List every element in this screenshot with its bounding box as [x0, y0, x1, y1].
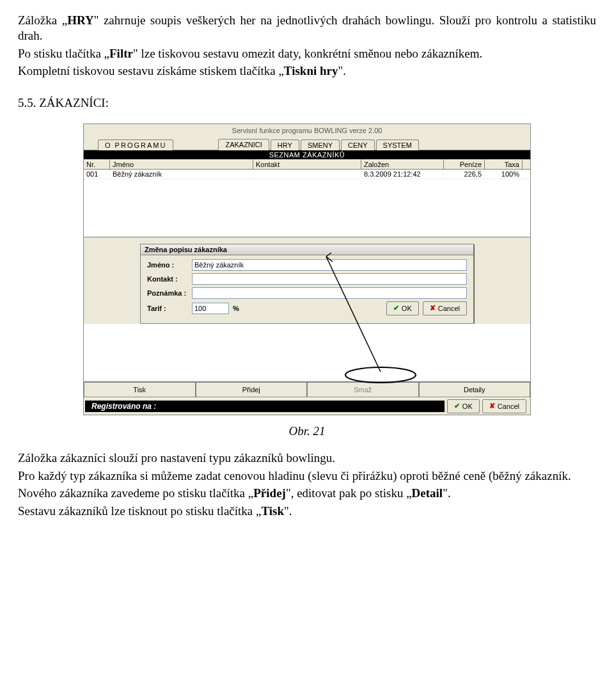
tab-bar: O PROGRAMU ZAKAZNICI HRY SMENY CENY SYST… [84, 136, 530, 150]
detaily-button[interactable]: Detaily [419, 382, 531, 397]
input-jmeno[interactable] [192, 259, 467, 271]
text-bold: Detail [412, 486, 443, 500]
text: ". [443, 486, 451, 500]
cell-taxa: 100% [485, 170, 523, 179]
cell-penize: 226,5 [444, 170, 485, 179]
button-label: Cancel [438, 305, 460, 312]
button-label: OK [462, 402, 473, 410]
window-title: Servisní funkce programu BOWLING verze 2… [84, 124, 530, 136]
tab-system[interactable]: SYSTEM [376, 139, 419, 150]
text: Sestavu zákazníků lze tisknout po stisku… [18, 504, 261, 518]
cell-jmeno: Běžný zákazník [110, 170, 253, 179]
footer-registered-label: Registrováno na : [85, 401, 445, 412]
text: " lze tiskovou sestavu omezit daty, konk… [133, 47, 482, 60]
figure-caption: Obr. 21 [18, 424, 596, 438]
tab-hry[interactable]: HRY [271, 139, 299, 150]
label-jmeno: Jméno : [147, 261, 192, 269]
tab-zakaznici[interactable]: ZAKAZNICI [218, 139, 269, 150]
col-zalozen[interactable]: Založen [361, 159, 444, 169]
tab-smeny[interactable]: SMENY [301, 139, 340, 150]
app-window: Servisní funkce programu BOWLING verze 2… [83, 123, 531, 415]
col-kontakt[interactable]: Kontakt [253, 159, 361, 169]
check-icon: ✔ [393, 304, 399, 312]
tab-o-programu[interactable]: O PROGRAMU [98, 139, 173, 150]
x-icon: ✘ [489, 402, 495, 410]
text: Záložka „ [18, 13, 67, 27]
col-taxa[interactable]: Taxa [485, 159, 523, 169]
text: ". [284, 504, 292, 518]
text-bold: Filtr [109, 47, 133, 60]
paragraph-5: Pro každý typ zákazníka si můžeme zadat … [18, 468, 596, 484]
text: ". [338, 64, 346, 77]
edit-dialog: Změna popisu zákazníka Jméno : Kontakt :… [140, 244, 474, 324]
text-bold: Tisk [261, 504, 284, 518]
list-whitespace [84, 179, 530, 237]
smaz-button[interactable]: Smaž [307, 382, 419, 397]
text-bold: Tiskni hry [284, 64, 338, 77]
text: " zahrnuje soupis veškerých her na jedno… [18, 13, 596, 42]
input-poznamka[interactable] [192, 287, 467, 299]
paragraph-1: Záložka „HRY" zahrnuje soupis veškerých … [18, 13, 596, 44]
toolbar-bottom: Tisk Přidej Smaž Detaily [84, 381, 530, 397]
figure-wrapper: Servisní funkce programu BOWLING verze 2… [83, 123, 531, 415]
label-kontakt: Kontakt : [147, 275, 192, 283]
table-header: Nr. Jméno Kontakt Založen Peníze Taxa [84, 159, 530, 170]
footer-bar: Registrováno na : ✔ OK ✘ Cancel [84, 397, 530, 415]
col-nr[interactable]: Nr. [84, 159, 110, 169]
button-label: OK [402, 305, 412, 312]
list-title-band: SEZNAM ZÁKAZNÍKŮ [84, 150, 530, 159]
dialog-cancel-button[interactable]: ✘ Cancel [423, 301, 467, 315]
x-icon: ✘ [430, 304, 436, 312]
col-jmeno[interactable]: Jméno [110, 159, 253, 169]
text-bold: Přidej [253, 486, 286, 500]
section-heading: 5.5. ZÁKAZNÍCI: [18, 95, 596, 111]
dialog-ok-button[interactable]: ✔ OK [386, 301, 419, 315]
cell-zalozen: 8.3.2009 21:12:42 [361, 170, 444, 179]
button-label: Cancel [498, 402, 519, 410]
tab-ceny[interactable]: CENY [341, 139, 375, 150]
paragraph-7: Sestavu zákazníků lze tisknout po stisku… [18, 504, 596, 519]
table-row[interactable]: 001 Běžný zákazník 8.3.2009 21:12:42 226… [84, 170, 530, 179]
cell-nr: 001 [84, 170, 110, 179]
footer-cancel-button[interactable]: ✘ Cancel [482, 399, 526, 413]
cell-kontakt [253, 170, 361, 179]
col-penize[interactable]: Peníze [444, 159, 485, 169]
label-percent: % [233, 305, 239, 312]
tisk-button[interactable]: Tisk [84, 382, 196, 397]
input-tarif[interactable] [192, 303, 229, 314]
text-bold: HRY [67, 13, 94, 27]
input-kontakt[interactable] [192, 273, 467, 285]
paragraph-4: Záložka zákazníci slouží pro nastavení t… [18, 450, 596, 466]
list-whitespace-2 [84, 324, 530, 381]
pridej-button[interactable]: Přidej [196, 382, 308, 397]
text: Nového zákazníka zavedeme po stisku tlač… [18, 486, 253, 500]
label-poznamka: Poznámka : [147, 289, 192, 297]
footer-ok-button[interactable]: ✔ OK [447, 399, 480, 413]
label-tarif: Tarif : [147, 305, 192, 312]
text: Po stisku tlačítka „ [18, 47, 109, 60]
dialog-title: Změna popisu zákazníka [141, 244, 473, 255]
paragraph-3: Kompletní tiskovou sestavu získáme stisk… [18, 63, 596, 79]
check-icon: ✔ [454, 402, 460, 410]
text: ", editovat pak po stisku „ [286, 486, 412, 500]
paragraph-6: Nového zákazníka zavedeme po stisku tlač… [18, 486, 596, 501]
paragraph-2: Po stisku tlačítka „Filtr" lze tiskovou … [18, 46, 596, 61]
text: Kompletní tiskovou sestavu získáme stisk… [18, 64, 284, 77]
